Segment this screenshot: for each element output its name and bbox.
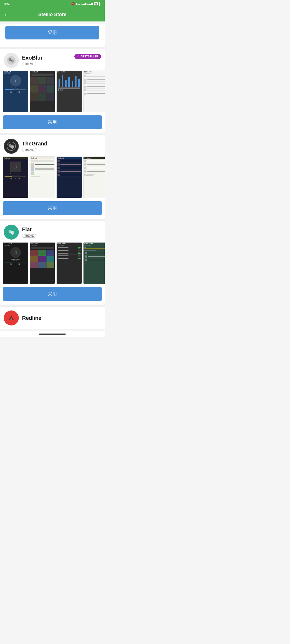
thegrand-drawer-line-4 [87, 171, 105, 172]
theme-icon-flat [4, 225, 19, 240]
eq-bar-2 [62, 75, 63, 87]
flat-screenshot-2: FLAT THEME STELLIO PLAYER [30, 242, 55, 284]
flat-tag: THEME [22, 234, 36, 238]
drawer-label-1 [87, 76, 105, 76]
thegrand-ss4-header: TheGrand [84, 157, 105, 159]
grand-list-3 [57, 166, 82, 170]
svg-point-11 [10, 231, 12, 233]
flat-ss2-label: FLAT THEME [30, 243, 55, 245]
theme-header-flat: Flat THEME [0, 221, 105, 242]
apply-button-exoblur[interactable]: 采用 [3, 115, 102, 129]
flat-ss1-art: 🎵 [10, 247, 21, 258]
thegrand-drawer-icon-1 [84, 160, 86, 162]
grand-list-line-1 [60, 161, 81, 161]
thegrand-ss2-header: TheGrand [30, 157, 55, 159]
thegrand-ss1-art: 🎵 [10, 162, 21, 172]
thegrand-drawer-line-3 [87, 168, 105, 168]
thegrand-ss1-progress-fill [5, 176, 12, 177]
network-label: 5G [76, 2, 80, 5]
exoblur-logo-icon [7, 56, 16, 65]
flat-tab-1 [84, 250, 90, 251]
flat-toggle-2 [78, 250, 81, 251]
apply-button-thegrand[interactable]: 采用 [3, 201, 102, 215]
flat-ss2-img-4 [30, 256, 38, 262]
grand-list-icon-2 [57, 163, 60, 166]
thegrand-ss2-line1-2 [35, 169, 54, 169]
thegrand-drawer-3 [84, 166, 105, 170]
thegrand-drawer-line-2 [87, 164, 105, 165]
battery-indicator: 91 [94, 2, 98, 5]
grid-item-5 [38, 85, 46, 93]
grid-item-4 [30, 85, 38, 93]
battery-icon: ▌ [99, 2, 101, 5]
flat-setting-2 [57, 249, 82, 252]
drawer-icon-6 [84, 93, 86, 95]
flat-ss1-track: Imagine Dragons [3, 258, 28, 260]
prev-icon: ⏮ [10, 91, 12, 93]
theme-card-flat: Flat THEME FLAT THEME STELLIO PLAYER 🎵 I… [0, 221, 105, 305]
exoblur-ss4-label: EXOBLUR [84, 71, 105, 73]
home-bar [39, 334, 66, 335]
thegrand-screenshot-3: TheGrand [56, 156, 82, 198]
flat-ss2-img-1 [30, 250, 38, 256]
play-icon: ⏵ [15, 263, 16, 265]
thegrand-screenshots: TheGrand Theme ID: Global 🎵 Scream and W… [0, 156, 105, 201]
theme-icon-redline [4, 310, 19, 325]
top-partial-card: 采用 [0, 24, 105, 47]
drawer-icon-1 [84, 75, 86, 77]
flat-setting-label-3 [58, 253, 68, 254]
theme-header-thegrand: TheGrand THEME [0, 135, 105, 156]
thegrand-tag: THEME [22, 148, 36, 152]
thegrand-drawer-2 [84, 163, 105, 166]
flat-screenshot-1: FLAT THEME STELLIO PLAYER 🎵 Imagine Drag… [3, 242, 28, 284]
flat-setting-1 [57, 247, 82, 249]
flat-ss1-sub: STELLIO PLAYER [3, 245, 28, 247]
flat-toggle-5 [78, 258, 81, 259]
flat-setting-3 [57, 252, 82, 255]
grand-list-line-3 [60, 168, 81, 168]
drawer-item-5 [84, 89, 105, 92]
flat-toggle-1 [78, 247, 81, 248]
grand-list-line-2 [60, 164, 81, 165]
drawer-icon-2 [84, 79, 86, 81]
flat-ss4-nav: Play [84, 247, 105, 248]
exoblur-ss3-label: EXOBLUR [57, 71, 82, 73]
flat-logo-icon [7, 228, 16, 237]
app-header: ← Stellio Store [0, 8, 105, 21]
drawer-label-6 [87, 93, 105, 94]
grand-list-icon-5 [57, 174, 60, 176]
thegrand-ss1-controls: ⏮ ⏵ ⏭ [3, 177, 28, 179]
apply-button-flat[interactable]: 采用 [3, 287, 102, 301]
apply-button-top[interactable]: 采用 [5, 26, 99, 39]
drawer-item-2 [84, 78, 105, 82]
back-button[interactable]: ← [4, 12, 9, 18]
content-area: 采用 ExoBlur THEME ☆ BESTSELLER [0, 24, 105, 329]
redline-info: Redline [22, 315, 101, 321]
exoblur-ss1-fill [5, 89, 13, 90]
theme-header-exoblur: ExoBlur THEME ☆ BESTSELLER [0, 49, 105, 71]
exoblur-screenshot-2: EXOBLUR [30, 71, 55, 112]
mute-icon: 🔇 [71, 2, 75, 6]
exoblur-screenshots: EXOBLUR Theme ID: Stellar ♪ Imagine Drag… [0, 71, 105, 115]
flat-ss2-sub: STELLIO PLAYER [30, 245, 55, 246]
thegrand-ss2-thumb-1 [31, 163, 34, 167]
flat-list-icon-1 [85, 252, 87, 254]
exoblur-ss3-content [57, 73, 82, 92]
flat-list-1 [84, 251, 105, 255]
flat-list-2 [84, 255, 105, 258]
grid-item-6 [46, 85, 54, 93]
thegrand-logo-icon [7, 142, 16, 151]
redline-logo-icon [7, 313, 16, 323]
thegrand-ss2-thumb-2 [31, 167, 34, 171]
home-indicator [0, 331, 105, 337]
eq-dots [58, 89, 81, 91]
flat-setting-label-5 [58, 258, 68, 259]
flat-ss4-tabs [84, 249, 105, 251]
thegrand-ss2-text-3 [35, 173, 54, 174]
thegrand-ss1-header: TheGrand [3, 157, 28, 159]
thegrand-ss2-line1-1 [35, 164, 54, 165]
flat-toggle-4 [78, 255, 81, 257]
grand-list-icon-3 [57, 167, 60, 169]
play-icon: ⏵ [15, 177, 16, 179]
svg-point-7 [10, 145, 12, 147]
